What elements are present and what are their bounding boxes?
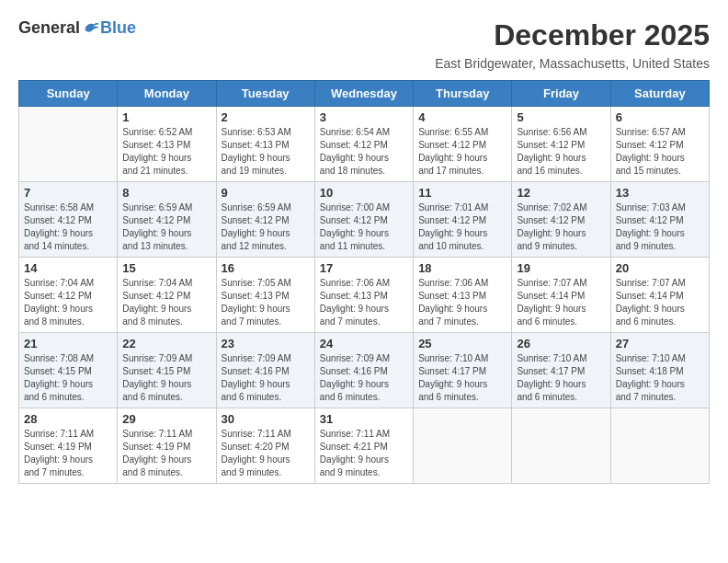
day-number: 15 <box>122 261 210 275</box>
day-info: Sunrise: 7:11 AM Sunset: 4:19 PM Dayligh… <box>122 428 210 479</box>
day-info: Sunrise: 7:05 AM Sunset: 4:13 PM Dayligh… <box>222 277 310 328</box>
calendar-day-cell: 16Sunrise: 7:05 AM Sunset: 4:13 PM Dayli… <box>216 258 314 333</box>
calendar-day-cell: 7Sunrise: 6:58 AM Sunset: 4:12 PM Daylig… <box>19 182 118 258</box>
calendar-day-cell <box>610 408 709 484</box>
day-info: Sunrise: 6:59 AM Sunset: 4:12 PM Dayligh… <box>222 201 310 253</box>
day-info: Sunrise: 7:10 AM Sunset: 4:18 PM Dayligh… <box>616 352 704 404</box>
calendar-day-cell: 26Sunrise: 7:10 AM Sunset: 4:17 PM Dayli… <box>512 333 610 408</box>
day-number: 26 <box>517 337 605 350</box>
calendar-day-cell: 24Sunrise: 7:09 AM Sunset: 4:16 PM Dayli… <box>314 333 413 408</box>
day-info: Sunrise: 7:06 AM Sunset: 4:13 PM Dayligh… <box>320 277 408 328</box>
day-number: 17 <box>320 261 408 275</box>
day-info: Sunrise: 7:11 AM Sunset: 4:19 PM Dayligh… <box>24 428 112 479</box>
calendar-weekday-header: Sunday <box>19 81 118 107</box>
day-number: 12 <box>517 186 605 200</box>
day-info: Sunrise: 6:55 AM Sunset: 4:12 PM Dayligh… <box>418 126 506 178</box>
calendar-day-cell: 11Sunrise: 7:01 AM Sunset: 4:12 PM Dayli… <box>414 182 512 258</box>
calendar-day-cell: 5Sunrise: 6:56 AM Sunset: 4:12 PM Daylig… <box>512 107 610 182</box>
logo-blue-text: Blue <box>100 18 136 38</box>
day-number: 6 <box>616 110 704 124</box>
calendar-day-cell: 14Sunrise: 7:04 AM Sunset: 4:12 PM Dayli… <box>19 258 118 333</box>
calendar-day-cell: 29Sunrise: 7:11 AM Sunset: 4:19 PM Dayli… <box>118 408 216 484</box>
logo-bird-icon <box>82 19 100 38</box>
calendar-table: SundayMondayTuesdayWednesdayThursdayFrid… <box>18 80 710 484</box>
day-info: Sunrise: 7:07 AM Sunset: 4:14 PM Dayligh… <box>517 277 605 328</box>
day-number: 18 <box>418 261 506 275</box>
day-info: Sunrise: 6:52 AM Sunset: 4:13 PM Dayligh… <box>122 126 210 178</box>
day-number: 24 <box>320 337 408 350</box>
page-header: General Blue December 2025 East Bridgewa… <box>18 18 710 71</box>
day-info: Sunrise: 7:11 AM Sunset: 4:20 PM Dayligh… <box>222 428 310 479</box>
calendar-day-cell <box>414 408 512 484</box>
calendar-day-cell: 15Sunrise: 7:04 AM Sunset: 4:12 PM Dayli… <box>118 258 216 333</box>
day-number: 29 <box>122 412 210 426</box>
logo-general-text: General <box>18 18 80 38</box>
day-info: Sunrise: 6:54 AM Sunset: 4:12 PM Dayligh… <box>320 126 408 178</box>
day-info: Sunrise: 7:02 AM Sunset: 4:12 PM Dayligh… <box>517 201 605 253</box>
calendar-header-row: SundayMondayTuesdayWednesdayThursdayFrid… <box>19 81 710 107</box>
day-info: Sunrise: 6:59 AM Sunset: 4:12 PM Dayligh… <box>122 201 210 253</box>
calendar-week-row: 21Sunrise: 7:08 AM Sunset: 4:15 PM Dayli… <box>19 333 710 408</box>
calendar-day-cell: 10Sunrise: 7:00 AM Sunset: 4:12 PM Dayli… <box>314 182 413 258</box>
calendar-day-cell: 17Sunrise: 7:06 AM Sunset: 4:13 PM Dayli… <box>314 258 413 333</box>
calendar-day-cell: 2Sunrise: 6:53 AM Sunset: 4:13 PM Daylig… <box>216 107 314 182</box>
day-info: Sunrise: 7:09 AM Sunset: 4:16 PM Dayligh… <box>222 352 310 404</box>
day-number: 10 <box>320 186 408 200</box>
calendar-day-cell <box>19 107 118 182</box>
day-number: 14 <box>24 261 112 275</box>
calendar-day-cell: 31Sunrise: 7:11 AM Sunset: 4:21 PM Dayli… <box>314 408 413 484</box>
day-number: 31 <box>320 412 408 426</box>
day-number: 2 <box>222 110 310 124</box>
calendar-week-row: 1Sunrise: 6:52 AM Sunset: 4:13 PM Daylig… <box>19 107 710 182</box>
day-number: 9 <box>222 186 310 200</box>
calendar-day-cell: 9Sunrise: 6:59 AM Sunset: 4:12 PM Daylig… <box>216 182 314 258</box>
day-info: Sunrise: 6:58 AM Sunset: 4:12 PM Dayligh… <box>24 201 112 253</box>
day-number: 22 <box>122 337 210 350</box>
day-info: Sunrise: 7:09 AM Sunset: 4:16 PM Dayligh… <box>320 352 408 404</box>
calendar-day-cell: 30Sunrise: 7:11 AM Sunset: 4:20 PM Dayli… <box>216 408 314 484</box>
title-section: December 2025 East Bridgewater, Massachu… <box>435 18 710 71</box>
day-number: 8 <box>122 186 210 200</box>
month-title: December 2025 <box>435 18 710 52</box>
calendar-day-cell: 22Sunrise: 7:09 AM Sunset: 4:15 PM Dayli… <box>118 333 216 408</box>
calendar-week-row: 14Sunrise: 7:04 AM Sunset: 4:12 PM Dayli… <box>19 258 710 333</box>
day-info: Sunrise: 7:07 AM Sunset: 4:14 PM Dayligh… <box>616 277 704 328</box>
calendar-day-cell: 21Sunrise: 7:08 AM Sunset: 4:15 PM Dayli… <box>19 333 118 408</box>
day-number: 30 <box>222 412 310 426</box>
day-info: Sunrise: 7:06 AM Sunset: 4:13 PM Dayligh… <box>418 277 506 328</box>
calendar-day-cell: 25Sunrise: 7:10 AM Sunset: 4:17 PM Dayli… <box>414 333 512 408</box>
day-number: 28 <box>24 412 112 426</box>
day-info: Sunrise: 7:04 AM Sunset: 4:12 PM Dayligh… <box>122 277 210 328</box>
day-info: Sunrise: 7:09 AM Sunset: 4:15 PM Dayligh… <box>122 352 210 404</box>
day-info: Sunrise: 7:10 AM Sunset: 4:17 PM Dayligh… <box>418 352 506 404</box>
calendar-weekday-header: Saturday <box>610 81 709 107</box>
day-number: 21 <box>24 337 112 350</box>
day-number: 27 <box>616 337 704 350</box>
day-info: Sunrise: 6:57 AM Sunset: 4:12 PM Dayligh… <box>616 126 704 178</box>
day-number: 4 <box>418 110 506 124</box>
calendar-day-cell: 8Sunrise: 6:59 AM Sunset: 4:12 PM Daylig… <box>118 182 216 258</box>
calendar-weekday-header: Tuesday <box>216 81 314 107</box>
day-number: 20 <box>616 261 704 275</box>
day-number: 11 <box>418 186 506 200</box>
calendar-day-cell: 3Sunrise: 6:54 AM Sunset: 4:12 PM Daylig… <box>314 107 413 182</box>
calendar-day-cell: 13Sunrise: 7:03 AM Sunset: 4:12 PM Dayli… <box>610 182 709 258</box>
day-number: 5 <box>517 110 605 124</box>
day-info: Sunrise: 7:04 AM Sunset: 4:12 PM Dayligh… <box>24 277 112 328</box>
day-info: Sunrise: 6:56 AM Sunset: 4:12 PM Dayligh… <box>517 126 605 178</box>
day-number: 23 <box>222 337 310 350</box>
location-text: East Bridgewater, Massachusetts, United … <box>435 56 710 71</box>
day-info: Sunrise: 6:53 AM Sunset: 4:13 PM Dayligh… <box>222 126 310 178</box>
calendar-day-cell: 4Sunrise: 6:55 AM Sunset: 4:12 PM Daylig… <box>414 107 512 182</box>
day-info: Sunrise: 7:00 AM Sunset: 4:12 PM Dayligh… <box>320 201 408 253</box>
day-info: Sunrise: 7:11 AM Sunset: 4:21 PM Dayligh… <box>320 428 408 479</box>
calendar-weekday-header: Thursday <box>414 81 512 107</box>
calendar-weekday-header: Monday <box>118 81 216 107</box>
day-info: Sunrise: 7:08 AM Sunset: 4:15 PM Dayligh… <box>24 352 112 404</box>
calendar-day-cell: 23Sunrise: 7:09 AM Sunset: 4:16 PM Dayli… <box>216 333 314 408</box>
calendar-day-cell: 18Sunrise: 7:06 AM Sunset: 4:13 PM Dayli… <box>414 258 512 333</box>
day-number: 25 <box>418 337 506 350</box>
calendar-week-row: 28Sunrise: 7:11 AM Sunset: 4:19 PM Dayli… <box>19 408 710 484</box>
day-info: Sunrise: 7:03 AM Sunset: 4:12 PM Dayligh… <box>616 201 704 253</box>
calendar-day-cell: 6Sunrise: 6:57 AM Sunset: 4:12 PM Daylig… <box>610 107 709 182</box>
